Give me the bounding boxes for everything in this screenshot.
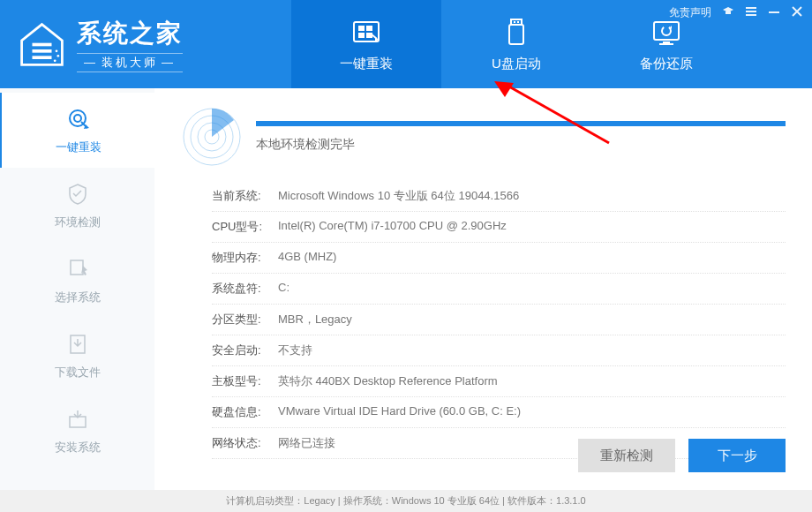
- svg-rect-9: [366, 26, 372, 31]
- action-buttons: 重新检测 下一步: [578, 439, 786, 472]
- sidebar-item-label: 环境检测: [55, 215, 101, 230]
- svg-rect-27: [769, 11, 779, 13]
- main-panel: 本地环境检测完毕 当前系统:Microsoft Windows 10 专业版 6…: [154, 88, 812, 490]
- disclaimer-link[interactable]: 免责声明: [669, 5, 711, 20]
- svg-rect-7: [354, 22, 379, 41]
- svg-rect-10: [358, 33, 365, 38]
- svg-rect-19: [659, 43, 673, 45]
- sidebar-item-env-check[interactable]: 环境检测: [0, 168, 154, 243]
- menu-icon[interactable]: [745, 5, 757, 20]
- app-title: 系统之家: [77, 17, 183, 50]
- sidebar-item-select-system[interactable]: 选择系统: [0, 243, 154, 318]
- tab-usb-boot[interactable]: U盘启动: [441, 0, 591, 88]
- body: 一键重装 环境检测 选择系统 下载文件 安装系统: [0, 88, 812, 490]
- svg-rect-1: [33, 42, 52, 46]
- info-row-secure-boot: 安全启动:不支持: [212, 335, 786, 366]
- shield-check-icon: [64, 181, 91, 207]
- select-icon: [64, 256, 91, 282]
- svg-rect-24: [746, 7, 756, 9]
- svg-rect-25: [746, 11, 756, 12]
- target-icon: [65, 106, 92, 132]
- scan-status: 本地环境检测完毕: [256, 137, 786, 153]
- svg-point-20: [662, 26, 671, 35]
- svg-rect-3: [33, 56, 52, 59]
- app-subtitle: 装机大师: [77, 53, 183, 72]
- sidebar-item-label: 安装系统: [55, 440, 101, 456]
- svg-point-6: [54, 59, 56, 62]
- rescan-button[interactable]: 重新检测: [578, 439, 675, 472]
- scan-row: 本地环境检测完毕: [181, 106, 786, 168]
- info-row-system-drive: 系统盘符:C:: [212, 274, 786, 305]
- next-button[interactable]: 下一步: [688, 439, 786, 472]
- window-controls: 免责声明: [669, 5, 803, 20]
- info-row-memory: 物理内存:4GB (MHZ): [212, 243, 786, 274]
- download-icon: [64, 331, 91, 358]
- sidebar-item-label: 选择系统: [55, 290, 101, 305]
- sidebar-item-install[interactable]: 安装系统: [0, 393, 154, 468]
- info-row-os: 当前系统:Microsoft Windows 10 专业版 64位 19044.…: [212, 181, 786, 212]
- svg-rect-23: [726, 11, 731, 14]
- svg-rect-16: [517, 21, 519, 23]
- svg-rect-17: [654, 22, 679, 40]
- svg-point-31: [74, 115, 81, 122]
- tab-label: 一键重装: [340, 56, 393, 72]
- info-table: 当前系统:Microsoft Windows 10 专业版 64位 19044.…: [212, 181, 786, 459]
- info-row-disk: 硬盘信息:VMware Virtual IDE Hard Drive (60.0…: [212, 397, 786, 428]
- svg-rect-15: [514, 21, 515, 23]
- usb-icon: [500, 17, 532, 49]
- tab-label: 备份还原: [640, 56, 693, 72]
- tab-label: U盘启动: [492, 56, 541, 72]
- windows-reinstall-icon: [350, 17, 382, 49]
- progress-bar: [256, 121, 786, 126]
- graduate-icon[interactable]: [722, 5, 734, 20]
- svg-rect-26: [746, 14, 756, 16]
- header: 系统之家 装机大师 一键重装 U盘启动 备份还原 免责声明: [0, 0, 812, 88]
- close-button[interactable]: [791, 5, 803, 20]
- info-row-motherboard: 主板型号:英特尔 440BX Desktop Reference Platfor…: [212, 366, 786, 397]
- svg-rect-8: [358, 26, 365, 31]
- info-row-partition: 分区类型:MBR，Legacy: [212, 305, 786, 335]
- svg-rect-14: [509, 25, 523, 44]
- svg-point-5: [56, 54, 59, 56]
- tab-reinstall[interactable]: 一键重装: [291, 0, 441, 88]
- svg-rect-2: [33, 49, 52, 53]
- status-bar: 计算机启动类型：Legacy | 操作系统：Windows 10 专业版 64位…: [0, 490, 812, 512]
- logo-area: 系统之家 装机大师: [0, 0, 291, 88]
- radar-icon: [181, 106, 243, 168]
- sidebar-item-download[interactable]: 下载文件: [0, 318, 154, 393]
- backup-icon: [650, 17, 682, 49]
- install-icon: [64, 406, 91, 433]
- sidebar: 一键重装 环境检测 选择系统 下载文件 安装系统: [0, 88, 154, 490]
- info-row-cpu: CPU型号:Intel(R) Core(TM) i7-10700 CPU @ 2…: [212, 212, 786, 243]
- minimize-button[interactable]: [768, 5, 780, 20]
- sidebar-item-label: 下载文件: [55, 365, 101, 380]
- svg-point-4: [56, 49, 58, 52]
- svg-rect-18: [663, 41, 670, 43]
- sidebar-item-label: 一键重装: [56, 139, 102, 155]
- sidebar-item-reinstall[interactable]: 一键重装: [0, 93, 154, 168]
- app-logo-icon: [18, 20, 66, 69]
